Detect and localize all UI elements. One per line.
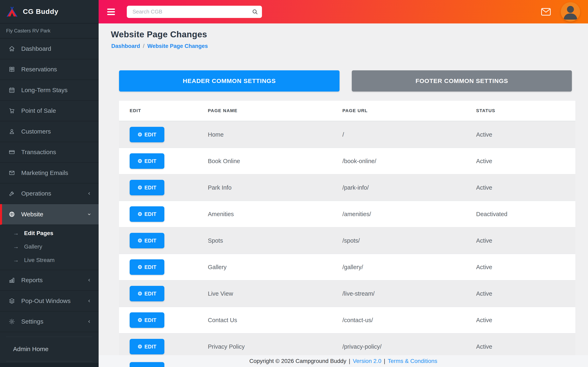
main-content: Website Page Changes Dashboard / Website… (99, 24, 588, 367)
cart-icon (9, 108, 15, 114)
sidebar-item-transactions[interactable]: Transactions (0, 142, 99, 163)
sidebar-item-settings[interactable]: Settings (0, 312, 99, 332)
page-url-cell: /contact-us/ (342, 317, 476, 324)
footer-common-settings-button[interactable]: FOOTER COMMON SETTINGS (352, 70, 572, 92)
breadcrumb-dashboard-link[interactable]: Dashboard (111, 43, 140, 49)
sidebar-item-label: Point of Sale (21, 107, 56, 114)
edit-button-label: EDIT (144, 264, 156, 270)
search-input[interactable] (127, 6, 262, 18)
globe-icon (9, 211, 15, 217)
divider (6, 361, 93, 361)
edit-button[interactable]: ⚙ EDIT (130, 206, 164, 222)
status-cell: Active (476, 264, 575, 271)
gear-icon: ⚙ (138, 291, 143, 296)
admin-home-link[interactable]: Admin Home (0, 337, 99, 361)
edit-button[interactable]: ⚙ EDIT (130, 180, 164, 195)
sidebar-item-customers[interactable]: Customers (0, 121, 99, 142)
submenu-item-label: Gallery (24, 243, 42, 250)
table-row: ⚙ EDIT Contact Us /contact-us/ Active (119, 307, 575, 333)
pages-table: EDIT PAGE NAME PAGE URL STATUS ⚙ EDIT Ho… (119, 101, 575, 360)
sidebar-item-label: Marketing Emails (21, 169, 68, 176)
submenu-item-gallery[interactable]: → Gallery (0, 240, 99, 253)
edit-button[interactable]: ⚙ EDIT (130, 286, 164, 301)
sidebar-item-long-term-stays[interactable]: Long-Term Stays (0, 80, 99, 101)
status-cell: Active (476, 343, 575, 350)
chevron-left-icon (86, 319, 93, 324)
sidebar: CG Buddy Fly Casters RV Park Dashboard R… (0, 0, 99, 367)
chevron-down-icon (86, 212, 93, 217)
menu-toggle-button[interactable] (107, 8, 115, 15)
footer-separator: | (349, 358, 350, 364)
mail-icon[interactable] (541, 8, 551, 16)
sidebar-item-pop-out-windows[interactable]: Pop-Out Windows (0, 291, 99, 312)
page-url-cell: /spots/ (342, 237, 476, 244)
arrow-right-icon: → (13, 257, 19, 263)
sidebar-item-marketing-emails[interactable]: Marketing Emails (0, 163, 99, 184)
admin-home-section: Admin Home (0, 337, 99, 361)
sidebar-item-reports[interactable]: Reports (0, 270, 99, 291)
edit-button[interactable]: ⚙ EDIT (130, 339, 164, 354)
search-box (127, 6, 262, 18)
website-submenu: → Edit Pages → Gallery → Live Stream (0, 225, 99, 270)
table-row: ⚙ EDIT Park Info /park-info/ Active (119, 174, 575, 201)
arrow-right-icon: → (13, 243, 19, 250)
chevron-left-icon (86, 191, 93, 196)
status-cell: Active (476, 184, 575, 191)
gear-icon: ⚙ (138, 158, 143, 164)
gear-icon (9, 318, 15, 325)
submenu-item-live-stream[interactable]: → Live Stream (0, 253, 99, 267)
terms-conditions-link[interactable]: Terms & Conditions (388, 358, 437, 364)
page-name-cell: Gallery (208, 264, 342, 271)
sidebar-item-dashboard[interactable]: Dashboard (0, 39, 99, 59)
credit-card-icon (9, 149, 15, 155)
edit-button-label: EDIT (144, 132, 156, 138)
column-header-page-name: PAGE NAME (208, 108, 342, 113)
sidebar-item-label: Transactions (21, 149, 56, 156)
edit-button[interactable]: ⚙ EDIT (130, 127, 164, 142)
partial-row-edit-button[interactable] (130, 362, 164, 367)
chevron-left-icon (86, 278, 93, 282)
brand-logo[interactable]: CG Buddy (0, 0, 99, 24)
table-body: ⚙ EDIT Home / Active ⚙ EDIT (119, 121, 575, 360)
breadcrumb-current[interactable]: Website Page Changes (147, 43, 208, 49)
edit-button[interactable]: ⚙ EDIT (130, 259, 164, 275)
user-avatar[interactable] (561, 2, 580, 22)
status-cell: Active (476, 290, 575, 297)
sidebar-item-operations[interactable]: Operations (0, 184, 99, 204)
version-link[interactable]: Version 2.0 (353, 358, 381, 364)
table-row: ⚙ EDIT Live View /live-stream/ Active (119, 280, 575, 307)
header-common-settings-button[interactable]: HEADER COMMON SETTINGS (119, 70, 339, 92)
edit-button-label: EDIT (144, 158, 156, 164)
gear-icon: ⚙ (138, 211, 143, 217)
bar-chart-icon (9, 277, 15, 284)
status-cell: Active (476, 158, 575, 165)
sidebar-item-label: Long-Term Stays (21, 87, 68, 94)
gear-icon: ⚙ (138, 344, 143, 349)
column-header-page-url: PAGE URL (342, 108, 476, 113)
search-icon[interactable] (252, 8, 258, 15)
page-url-cell: /park-info/ (342, 184, 476, 191)
gear-icon: ⚙ (138, 264, 143, 270)
edit-button[interactable]: ⚙ EDIT (130, 153, 164, 169)
gear-icon: ⚙ (138, 238, 143, 243)
gear-icon: ⚙ (138, 132, 143, 137)
edit-button-label: EDIT (144, 291, 156, 297)
home-icon (9, 45, 15, 52)
brand-name: CG Buddy (23, 8, 58, 16)
sidebar-item-label: Pop-Out Windows (21, 298, 71, 304)
table-row: ⚙ EDIT Home / Active (119, 121, 575, 148)
page-name-cell: Home (208, 131, 342, 138)
sidebar-item-point-of-sale[interactable]: Point of Sale (0, 101, 99, 122)
sidebar-bottom-strip (0, 363, 99, 367)
edit-button[interactable]: ⚙ EDIT (130, 233, 164, 248)
sidebar-item-reservations[interactable]: Reservations (0, 59, 99, 80)
sidebar-item-website[interactable]: Website (0, 204, 99, 225)
person-icon (9, 128, 15, 135)
submenu-item-edit-pages[interactable]: → Edit Pages (0, 226, 99, 240)
edit-button-label: EDIT (144, 344, 156, 350)
tent-logo-icon (6, 6, 18, 17)
status-cell: Deactivated (476, 211, 575, 217)
edit-button[interactable]: ⚙ EDIT (130, 312, 164, 328)
edit-button-label: EDIT (144, 185, 156, 191)
edit-button-label: EDIT (144, 211, 156, 217)
